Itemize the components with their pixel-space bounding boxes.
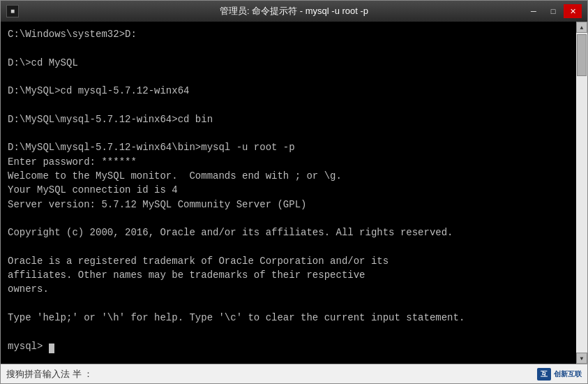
minimize-button[interactable]: ─ (525, 4, 543, 18)
terminal-wrapper: C:\Windows\system32>D: D:\>cd MySQL D:\M… (1, 22, 587, 364)
terminal[interactable]: C:\Windows\system32>D: D:\>cd MySQL D:\M… (1, 22, 576, 364)
ime-indicator[interactable]: 搜狗拼音输入法 半 ： (6, 368, 93, 381)
logo-area: 互 创新互联 (537, 368, 582, 381)
maximize-button[interactable]: □ (544, 4, 562, 18)
window-icon: ■ (6, 5, 19, 17)
scroll-up-button[interactable]: ▲ (576, 22, 587, 33)
scrollbar[interactable]: ▲ ▼ (576, 22, 587, 364)
title-bar: ■ 管理员: 命令提示符 - mysql -u root -p ─ □ ✕ (1, 1, 587, 22)
scroll-down-button[interactable]: ▼ (576, 353, 587, 364)
scroll-track (576, 33, 587, 353)
cursor (49, 344, 54, 353)
ime-label: 搜狗拼音输入法 半 ： (6, 368, 93, 381)
scroll-thumb[interactable] (577, 34, 587, 76)
title-buttons: ─ □ ✕ (525, 4, 582, 18)
window-title: 管理员: 命令提示符 - mysql -u root -p (220, 5, 368, 17)
logo-text: 创新互联 (554, 369, 582, 379)
close-button[interactable]: ✕ (564, 4, 582, 18)
window: ■ 管理员: 命令提示符 - mysql -u root -p ─ □ ✕ C:… (0, 0, 588, 384)
taskbar: 搜狗拼音输入法 半 ： 互 创新互联 (1, 364, 587, 383)
logo-box: 互 (537, 368, 551, 381)
title-bar-left: ■ (6, 5, 19, 17)
